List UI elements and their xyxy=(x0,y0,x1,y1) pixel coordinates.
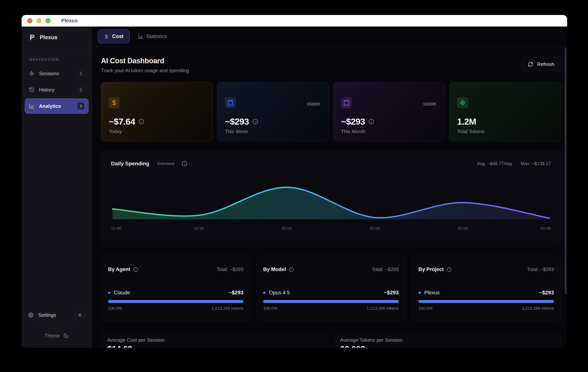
stat-cards-row: ~$7.64 Today stable ~$293 xyxy=(101,82,561,141)
stat-card-today: ~$7.64 Today xyxy=(101,82,212,141)
vertical-scrollbar[interactable] xyxy=(565,47,567,295)
settings-label: Settings xyxy=(38,312,56,318)
sidebar-item-sessions[interactable]: Sessions 1 xyxy=(25,66,88,81)
sidebar-item-label: Analytics xyxy=(39,103,73,109)
breakdown-percent: 100.0% xyxy=(419,306,433,311)
info-circle-icon[interactable] xyxy=(133,267,138,272)
progress-bar xyxy=(108,300,243,303)
x-tick-label: 01-05 xyxy=(541,226,551,230)
bar-chart-icon xyxy=(29,103,34,109)
avg-tokens-per-session-card: Average Tokens per Session 60,663 xyxy=(334,332,561,348)
progress-bar xyxy=(419,300,554,303)
breakdown-total: Total: ~$293 xyxy=(527,267,554,272)
daily-spending-panel: Daily Spending Estimated Avg: ~$48.77/da… xyxy=(101,151,561,246)
breakdown-title: By Model xyxy=(263,267,286,272)
nav-section-label: NAVIGATION xyxy=(29,57,92,62)
breakdown-title: By Project xyxy=(419,267,444,272)
plexus-p-icon xyxy=(28,33,36,41)
refresh-button[interactable]: Refresh xyxy=(521,58,561,71)
stat-label: Total Tokens xyxy=(457,129,553,134)
stat-value: 1.2M xyxy=(457,116,476,127)
traffic-lights xyxy=(27,18,51,23)
series-dot xyxy=(263,291,266,294)
refresh-icon xyxy=(528,62,533,67)
stat-value: ~$293 xyxy=(341,116,365,127)
moon-icon xyxy=(63,333,69,338)
by-project-card: By Project Total: ~$293 Plexus ~$293 100… xyxy=(411,256,561,321)
stat-value: ~$7.64 xyxy=(109,116,135,127)
session-averages-row: Average Cost per Session $14.63 Average … xyxy=(101,332,561,348)
page-title: AI Cost Dashboard xyxy=(101,57,189,65)
x-tick-label: 01-02 xyxy=(370,226,380,230)
x-tick-label: 12-30 xyxy=(111,226,121,230)
dollar-icon xyxy=(109,97,120,108)
breakdown-tokens: 1,213,266 tokens xyxy=(367,306,399,311)
card-value: 60,663 xyxy=(340,344,555,348)
avg-cost-per-session-card: Average Cost per Session $14.63 xyxy=(101,332,328,348)
zap-icon xyxy=(29,71,34,76)
tab-statistics[interactable]: Statistics xyxy=(136,33,168,39)
info-circle-icon[interactable] xyxy=(447,267,452,272)
tab-label: Statistics xyxy=(147,33,167,39)
calendar-icon xyxy=(225,97,236,108)
minimize-window-button[interactable] xyxy=(36,18,42,23)
sidebar-footer: Settings ⌘, Theme xyxy=(21,308,92,348)
breakdown-tokens: 1,213,266 tokens xyxy=(212,306,244,311)
breakdown-title: By Agent xyxy=(108,267,130,272)
zoom-window-button[interactable] xyxy=(45,18,51,23)
max-per-day: Max: ~$138.17 xyxy=(521,161,551,166)
trend-label: stable xyxy=(307,101,320,107)
breakdown-item: Plexus ~$293 xyxy=(419,289,554,296)
stat-card-this-week: stable ~$293 This Week xyxy=(217,82,329,141)
nav-list: Sessions 1 History 2 Analytics 3 xyxy=(21,66,92,114)
tab-cost[interactable]: Cost xyxy=(98,30,130,43)
spending-area-chart xyxy=(111,180,551,221)
card-title: Average Tokens per Session xyxy=(340,337,555,343)
breakdown-item-name: Plexus xyxy=(424,290,440,296)
theme-label: Theme xyxy=(45,333,60,339)
breakdown-total: Total: ~$293 xyxy=(372,267,399,272)
settings-shortcut-badge: ⌘, xyxy=(75,311,85,319)
x-tick-label: 01-01 xyxy=(282,226,292,230)
theme-toggle[interactable]: Theme xyxy=(28,330,85,341)
bar-chart-icon xyxy=(138,34,143,39)
info-circle-icon[interactable] xyxy=(138,119,144,124)
by-model-card: By Model Total: ~$293 Opus 4 5 ~$293 100… xyxy=(256,256,406,321)
info-circle-icon[interactable] xyxy=(182,161,187,166)
settings-button[interactable]: Settings ⌘, xyxy=(28,308,85,322)
stat-card-total-tokens: 1.2M Total Tokens xyxy=(449,82,561,141)
breakdown-tokens: 1,213,266 tokens xyxy=(522,306,554,311)
chart-x-labels: 12-3012-3101-0101-0201-0401-05 xyxy=(111,226,551,232)
analytics-count-badge: 3 xyxy=(77,103,84,110)
stat-label: This Week xyxy=(225,129,321,134)
dashboard-content: AI Cost Dashboard Track your AI token us… xyxy=(92,47,567,348)
sidebar-item-history[interactable]: History 2 xyxy=(25,82,88,97)
stat-label: This Month xyxy=(341,129,437,134)
info-circle-icon[interactable] xyxy=(252,119,258,124)
info-circle-icon[interactable] xyxy=(289,267,294,272)
sidebar-item-label: History xyxy=(39,87,73,93)
window-title: Plexus xyxy=(61,18,78,24)
sidebar: Plexus NAVIGATION Sessions 1 History 2 A… xyxy=(21,27,92,348)
divider xyxy=(39,326,75,326)
tab-bar: Cost Statistics xyxy=(92,27,567,47)
close-window-button[interactable] xyxy=(27,18,32,23)
progress-bar xyxy=(263,300,399,303)
trend-label: stable xyxy=(423,101,436,107)
card-value: $14.63 xyxy=(107,344,322,348)
info-circle-icon[interactable] xyxy=(368,119,374,124)
breakdown-cards-row: By Agent Total: ~$293 Claude ~$293 100.0… xyxy=(101,256,561,321)
app-name: Plexus xyxy=(40,34,58,41)
titlebar: Plexus xyxy=(21,15,567,27)
main-area: Cost Statistics AI Cost Dashboard Track … xyxy=(92,27,567,348)
sidebar-item-analytics[interactable]: Analytics 3 xyxy=(25,99,88,114)
stat-label: Today xyxy=(109,129,205,134)
sidebar-item-label: Sessions xyxy=(39,71,73,76)
breakdown-item-name: Opus 4 5 xyxy=(269,290,290,296)
stat-card-this-month: stable ~$293 This Month xyxy=(333,82,445,141)
avg-per-day: Avg: ~$48.77/day xyxy=(477,161,512,166)
breakdown-percent: 100.0% xyxy=(263,306,277,311)
history-count-badge: 2 xyxy=(77,86,84,93)
zap-icon xyxy=(457,97,468,108)
breakdown-item: Claude ~$293 xyxy=(108,289,243,296)
